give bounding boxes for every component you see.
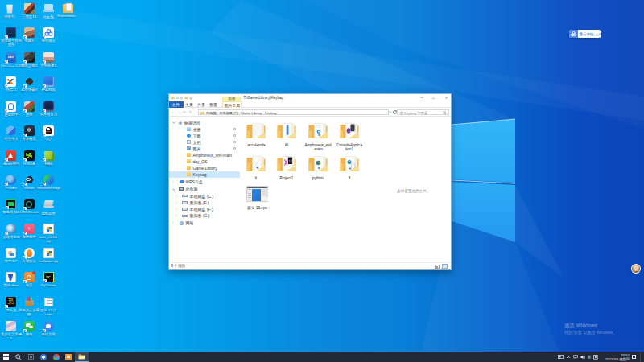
svg-text:10: 10: [289, 159, 293, 163]
